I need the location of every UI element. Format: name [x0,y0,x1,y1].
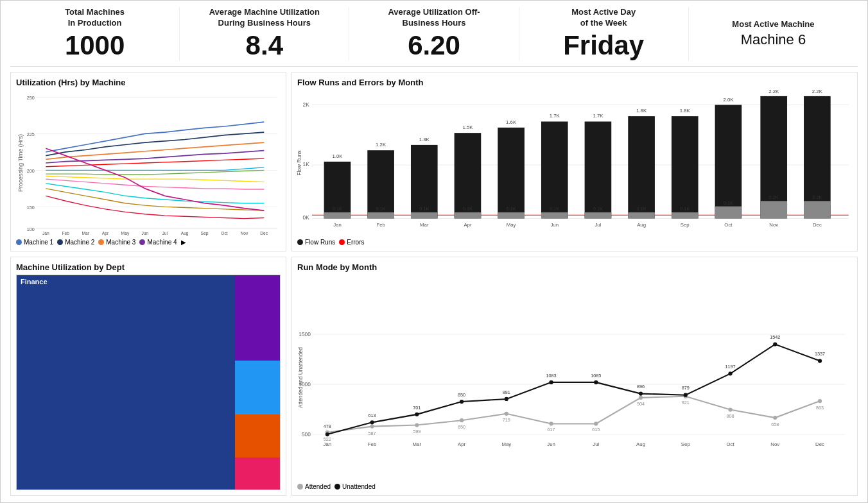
treemap-pink [235,457,280,490]
bar-jul-flow [585,121,612,218]
machine-line-12 [46,196,264,218]
x-flow-nov: Nov [769,222,778,228]
attended-dot-jul [594,422,598,425]
treemap-orange [235,414,280,457]
rm-unatt-nov: 1542 [770,334,780,340]
attended-dot-may [505,411,508,415]
bar-jun-flow [541,121,568,218]
x-flow-jul: Jul [595,222,601,228]
legend-label-flow: Flow Runs [305,239,335,246]
x-dec: Dec [260,230,268,235]
legend-more-icon[interactable]: ▶ [181,239,186,246]
rm-unatt-jun: 1083 [546,372,556,378]
label-dec-flow: 2.2K [812,88,823,94]
label-may-flow: 1.6K [506,119,517,124]
x-mar: Mar [82,230,89,235]
kpi-avg-utilization-biz-label: Average Machine Utilization During Busin… [186,7,342,29]
x-rm-jun: Jun [547,441,555,447]
x-rm-sep: Sep [681,441,691,447]
label-nov-error: 0.2K [769,194,779,200]
x-flow-feb: Feb [376,222,385,228]
right-column: Flow Runs and Errors by Month 2K 1K 0K F… [291,72,858,496]
label-jul-error: 0.1K [593,206,603,212]
legend-dot-machine1 [16,239,22,245]
legend-machine3: Machine 3 [98,239,135,246]
utilization-y-label: Processing Time (Hrs) [18,134,24,192]
x-rm-mar: Mar [413,441,422,447]
y-label-250: 250 [27,94,35,100]
treemap-purple [235,275,280,361]
rm-att-jun: 617 [548,427,555,432]
y-label-100: 100 [27,226,35,232]
rm-unatt-mar: 701 [413,404,421,410]
bar-dec-error [804,201,831,218]
treemap-finance: Finance [17,275,235,490]
rm-att-oct: 808 [726,413,734,419]
unattended-dot-jul [594,380,598,384]
dashboard: Total Machines In Production 1000 Averag… [0,0,868,503]
label-sep-error: 0.1K [680,206,690,212]
legend-dot-machine4 [139,239,145,245]
x-rm-may: May [501,441,511,447]
kpi-most-active-machine-value: Machine 6 [695,31,851,48]
rm-att-may: 719 [503,417,510,423]
legend-flow-runs: Flow Runs [297,239,335,246]
kpi-most-active-machine-label: Most Active Machine [695,19,851,30]
x-jul: Jul [162,230,168,235]
label-feb-flow: 1.2K [376,142,386,148]
unattended-dot-jan [326,432,329,436]
attended-dot-feb [370,424,374,428]
kpi-most-active-day: Most Active Day of the Week Friday [519,7,689,61]
attended-dot-mar [415,423,419,427]
machine-line-5 [46,158,264,167]
machine-line-4 [46,150,264,162]
machine-line-6 [46,167,264,171]
kpi-most-active-machine: Most Active Machine Machine 6 [689,19,858,48]
legend-machine1: Machine 1 [16,239,53,246]
legend-more-label: ▶ [181,239,186,246]
legend-label-machine3: Machine 3 [106,239,135,246]
x-flow-oct: Oct [724,222,733,228]
x-flow-mar: Mar [420,222,429,228]
bar-oct-error [715,206,742,218]
x-flow-may: May [507,222,516,228]
x-rm-dec: Dec [815,441,824,447]
label-aug-error: 0.1K [637,206,647,212]
dept-chart-title: Machine Utilization by Dept [16,262,281,272]
x-flow-dec: Dec [813,222,822,228]
x-rm-aug: Aug [636,441,645,447]
label-feb-error: 0.1K [376,206,386,212]
label-apr-error: 0.1K [463,206,473,212]
flow-runs-chart-title: Flow Runs and Errors by Month [297,78,852,87]
bar-nov-error [760,201,787,218]
x-jun: Jun [141,230,148,235]
legend-label-attended: Attended [305,483,331,490]
unattended-dot-aug [639,391,643,395]
rm-att-jul: 615 [592,427,600,432]
label-jan-flow: 1.0K [332,153,343,158]
x-nov: Nov [240,230,248,235]
legend-machine2: Machine 2 [57,239,94,246]
legend-label-machine4: Machine 4 [147,239,177,246]
run-mode-chart-area: Attended and Unattended 1500 1000 500 [297,275,852,481]
flow-runs-chart-area: 2K 1K 0K Flow Runs [297,90,852,236]
x-oct: Oct [221,230,227,235]
kpi-total-machines-value: 1000 [17,30,173,61]
x-jan: Jan [42,230,49,235]
run-mode-y-label: Attended and Unattended [297,347,304,408]
label-oct-error: 0.1K [724,200,733,205]
x-flow-sep: Sep [681,222,690,228]
machine-line-7 [46,170,264,175]
bar-jan-error [324,212,351,218]
dept-treemap: Finance [16,275,281,490]
bar-may-error [498,212,525,218]
y-rm-1000: 1000 [299,381,311,388]
bar-apr-error [455,212,482,218]
rm-att-feb: 587 [369,431,376,436]
rm-att-apr: 650 [458,424,465,430]
label-nov-flow: 2.2K [768,88,779,94]
label-dec-error: 0.2K [812,194,822,200]
y-0k: 0K [303,214,310,221]
label-sep-flow: 1.8K [680,108,691,114]
label-oct-flow: 2.0K [723,97,734,103]
